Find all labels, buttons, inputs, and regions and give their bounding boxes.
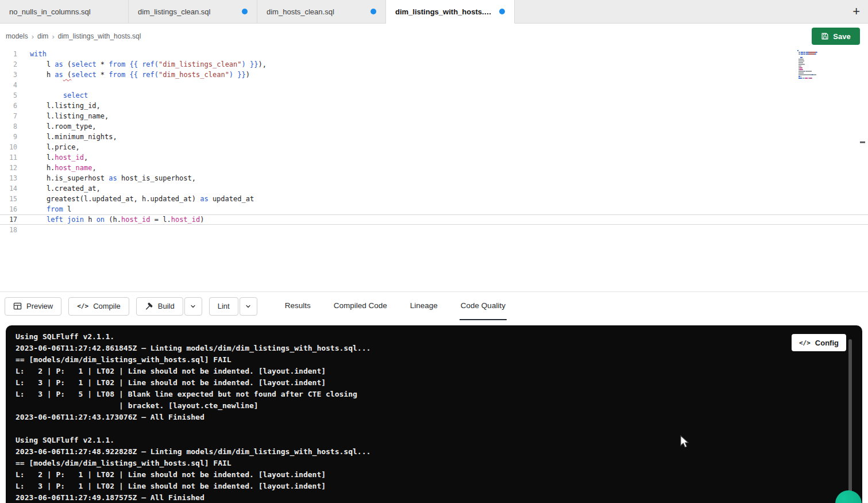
tab-dim_hosts_clean.sql[interactable]: dim_hosts_clean.sql [257, 0, 386, 24]
overview-ruler-mark [860, 141, 865, 143]
compile-button[interactable]: </> Compile [68, 297, 129, 316]
unsaved-changes-dot-icon [499, 9, 505, 14]
save-button[interactable]: Save [812, 28, 860, 45]
line-number: 6 [0, 101, 17, 111]
code-line[interactable]: 10 l.price, [0, 142, 868, 152]
code-line[interactable]: 8 l.room_type, [0, 121, 868, 132]
code-icon: </> [77, 302, 88, 310]
tab-bar-filler: + [515, 0, 868, 24]
code-line[interactable]: 4 [0, 80, 868, 90]
line-number: 13 [0, 173, 17, 183]
code-line[interactable]: 9 l.minimum_nights, [0, 132, 868, 142]
terminal-panel: Using SQLFluff v2.1.1.2023-06-06T11:27:4… [6, 325, 862, 503]
code-line[interactable]: 2 l as (select * from {{ ref("dim_listin… [0, 59, 868, 70]
code-line[interactable]: 15 greatest(l.updated_at, h.updated_at) … [0, 194, 868, 204]
code-text: h.is_superhost as host_is_superhost, [17, 173, 196, 183]
code-text: l.room_type, [17, 121, 97, 132]
code-text: with [17, 49, 47, 59]
line-number: 3 [0, 70, 17, 80]
chevron-down-icon [245, 303, 252, 310]
tab-label: dim_listings_with_hosts.sql [395, 7, 495, 16]
terminal-line: 2023-06-06T11:27:49.187575Z — All Finish… [16, 492, 862, 503]
terminal-line: == [models/dim/dim_listings_with_hosts.s… [16, 354, 862, 366]
minimap-line [797, 66, 839, 67]
terminal-line: | bracket. [layout.cte_newline] [16, 400, 862, 412]
code-editor[interactable]: 1with2 l as (select * from {{ ref("dim_l… [0, 49, 868, 291]
code-line[interactable]: 18 [0, 225, 868, 235]
code-text [17, 80, 30, 90]
line-number: 17 [0, 214, 17, 225]
line-number: 18 [0, 225, 17, 235]
line-number: 7 [0, 111, 17, 121]
new-tab-button[interactable]: + [852, 5, 860, 18]
editor-minimap[interactable] [797, 50, 839, 81]
code-text: h as (select * from {{ ref("dim_hosts_cl… [17, 70, 250, 80]
editor-action-bar: Preview </> Compile Build Lint Resu [0, 291, 868, 320]
line-number: 14 [0, 183, 17, 194]
result-tab-lineage[interactable]: Lineage [409, 292, 439, 320]
compile-label: Compile [93, 302, 121, 310]
terminal-line: L: 3 | P: 5 | LT08 | Blank line expected… [16, 389, 862, 400]
result-tab-compiled-code[interactable]: Compiled Code [333, 292, 388, 320]
result-tab-code-quality[interactable]: Code Quality [460, 292, 507, 320]
preview-button[interactable]: Preview [5, 297, 61, 316]
lint-label: Lint [218, 302, 230, 310]
tab-label: no_nulls_in_columns.sql [9, 7, 91, 16]
tab-label: dim_hosts_clean.sql [267, 7, 334, 16]
tab-dim_listings_with_hosts.sql[interactable]: dim_listings_with_hosts.sql [386, 0, 515, 24]
preview-label: Preview [26, 302, 53, 310]
minimap-line [797, 57, 839, 58]
terminal-scrollbar[interactable] [848, 339, 852, 499]
code-line[interactable]: 13 h.is_superhost as host_is_superhost, [0, 173, 868, 183]
code-line[interactable]: 11 l.host_id, [0, 152, 868, 163]
terminal-line [16, 423, 862, 435]
code-line[interactable]: 3 h as (select * from {{ ref("dim_hosts_… [0, 70, 868, 80]
lint-button-group: Lint [209, 297, 257, 316]
code-line[interactable]: 6 l.listing_id, [0, 101, 868, 111]
line-number: 15 [0, 194, 17, 204]
code-line[interactable]: 17 left join h on (h.host_id = l.host_id… [0, 214, 868, 225]
build-dropdown-button[interactable] [184, 297, 202, 316]
minimap-line [797, 76, 839, 77]
tab-no_nulls_in_columns.sql[interactable]: no_nulls_in_columns.sql [0, 0, 129, 24]
code-text: greatest(l.updated_at, h.updated_at) as … [17, 194, 254, 204]
minimap-line [797, 53, 839, 55]
config-button[interactable]: </> Config [792, 334, 846, 351]
line-number: 4 [0, 80, 17, 90]
lint-dropdown-button[interactable] [240, 297, 257, 316]
code-line[interactable]: 7 l.listing_name, [0, 111, 868, 121]
code-text: h.host_name, [17, 163, 97, 173]
line-number: 1 [0, 49, 17, 59]
result-tab-results[interactable]: Results [284, 292, 312, 320]
unsaved-changes-dot-icon [371, 9, 376, 14]
breadcrumb-item[interactable]: dim_listings_with_hosts.sql [58, 32, 141, 40]
breadcrumb-separator: › [32, 32, 34, 41]
code-line[interactable]: 12 h.host_name, [0, 163, 868, 173]
line-number: 12 [0, 163, 17, 173]
line-number: 16 [0, 204, 17, 214]
code-text [17, 225, 30, 235]
build-label: Build [158, 302, 175, 310]
editor-lines: 1with2 l as (select * from {{ ref("dim_l… [0, 49, 868, 235]
terminal-line: == [models/dim/dim_listings_with_hosts.s… [16, 458, 862, 469]
minimap-line [797, 74, 839, 75]
code-line[interactable]: 14 l.created_at, [0, 183, 868, 194]
breadcrumb-separator: › [52, 32, 54, 41]
tab-dim_listings_clean.sql[interactable]: dim_listings_clean.sql [129, 0, 257, 24]
breadcrumb-item[interactable]: dim [37, 32, 48, 40]
minimap-line [797, 52, 839, 53]
line-number: 10 [0, 142, 17, 152]
code-line[interactable]: 5 select [0, 90, 868, 101]
line-number: 9 [0, 132, 17, 142]
code-line[interactable]: 16 from l [0, 204, 868, 214]
open-file-tabs: no_nulls_in_columns.sqldim_listings_clea… [0, 0, 515, 24]
terminal-line: L: 3 | P: 1 | LT02 | Line should not be … [16, 377, 862, 389]
terminal-output: Using SQLFluff v2.1.1.2023-06-06T11:27:4… [16, 331, 862, 503]
floppy-save-icon [821, 32, 829, 40]
code-line[interactable]: 1with [0, 49, 868, 59]
breadcrumb-item[interactable]: models [6, 32, 28, 40]
result-tabs: ResultsCompiled CodeLineageCode Quality [284, 292, 507, 320]
lint-button[interactable]: Lint [209, 297, 238, 316]
build-button[interactable]: Build [136, 297, 183, 316]
line-number: 5 [0, 90, 17, 101]
